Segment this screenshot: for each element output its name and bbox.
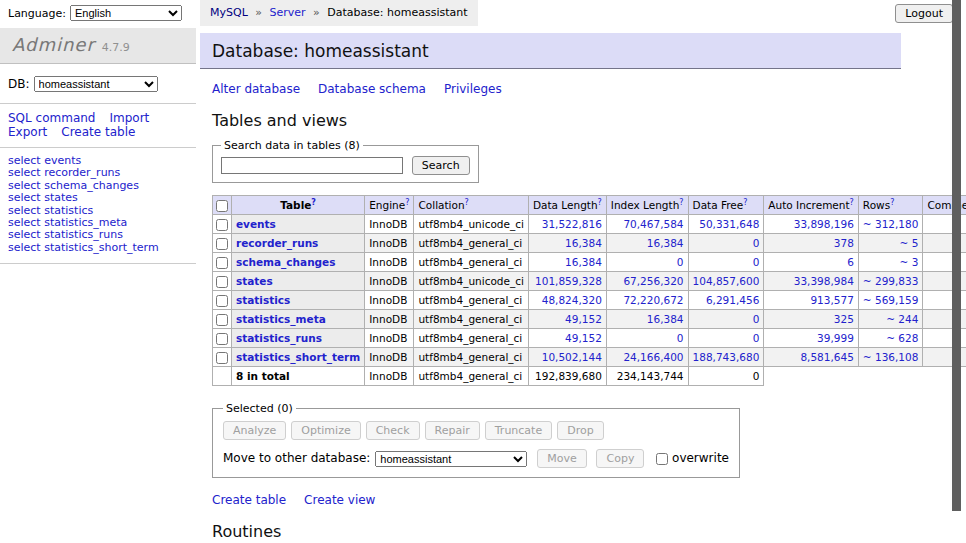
row-checkbox-cell xyxy=(213,291,232,310)
copy-button[interactable]: Copy xyxy=(596,449,644,468)
help-icon[interactable]: ? xyxy=(311,198,316,207)
link-database-schema[interactable]: Database schema xyxy=(318,82,426,96)
row-checkbox[interactable] xyxy=(216,295,228,307)
table-name-link[interactable]: statistics xyxy=(236,294,290,306)
db-select[interactable]: homeassistant xyxy=(34,76,158,92)
link-select-recorder-runs[interactable]: select recorder_runs xyxy=(8,167,188,179)
auto-increment-link[interactable]: 33,898,196 xyxy=(794,218,854,230)
help-icon[interactable]: ? xyxy=(465,198,469,207)
index-length-link[interactable]: 16,384 xyxy=(647,237,684,249)
index-length-link[interactable]: 16,384 xyxy=(647,313,684,325)
table-name-link[interactable]: events xyxy=(236,218,276,230)
row-checkbox[interactable] xyxy=(216,238,228,250)
auto-increment-link[interactable]: 8,581,645 xyxy=(800,351,853,363)
link-select-statistics-short-term[interactable]: select statistics_short_term xyxy=(8,242,188,254)
vertical-scrollbar[interactable] xyxy=(952,0,961,511)
check-button[interactable]: Check xyxy=(366,421,420,440)
analyze-button[interactable]: Analyze xyxy=(223,421,286,440)
optimize-button[interactable]: Optimize xyxy=(291,421,360,440)
data-length-link[interactable]: 49,152 xyxy=(565,332,602,344)
data-free-link[interactable]: 50,331,648 xyxy=(699,218,759,230)
rows-link[interactable]: ~ 136,108 xyxy=(863,351,919,363)
link-import[interactable]: Import xyxy=(109,111,149,125)
table-name-link[interactable]: statistics_short_term xyxy=(236,351,360,363)
help-icon[interactable]: ? xyxy=(405,198,409,207)
breadcrumb-mysql-link[interactable]: MySQL xyxy=(210,6,248,19)
breadcrumb-bar: MySQL » Server » Database: homeassistant xyxy=(196,0,966,26)
index-length-link[interactable]: 0 xyxy=(677,332,684,344)
row-checkbox[interactable] xyxy=(216,352,228,364)
index-length-link[interactable]: 24,166,400 xyxy=(623,351,683,363)
row-checkbox[interactable] xyxy=(216,257,228,269)
link-alter-database[interactable]: Alter database xyxy=(212,82,300,96)
repair-button[interactable]: Repair xyxy=(425,421,480,440)
data-length-link[interactable]: 16,384 xyxy=(565,237,602,249)
data-length-link[interactable]: 49,152 xyxy=(565,313,602,325)
help-icon[interactable]: ? xyxy=(598,198,602,207)
help-icon[interactable]: ? xyxy=(743,198,747,207)
auto-increment-link[interactable]: 325 xyxy=(834,313,854,325)
rows-link[interactable]: ~ 3 xyxy=(900,256,919,268)
auto-increment-link[interactable]: 33,398,984 xyxy=(794,275,854,287)
rows-link[interactable]: ~ 5 xyxy=(900,237,919,249)
rows-link[interactable]: ~ 299,833 xyxy=(863,275,919,287)
data-length-link[interactable]: 31,522,816 xyxy=(542,218,602,230)
data-length-link[interactable]: 48,824,320 xyxy=(542,294,602,306)
move-button[interactable]: Move xyxy=(537,449,587,468)
logout-button[interactable]: Logout xyxy=(895,4,953,23)
row-checkbox[interactable] xyxy=(216,333,228,345)
overwrite-checkbox[interactable] xyxy=(656,453,668,465)
table-name-link[interactable]: states xyxy=(236,275,273,287)
data-length-link[interactable]: 10,502,144 xyxy=(542,351,602,363)
help-icon[interactable]: ? xyxy=(850,198,854,207)
link-create-view[interactable]: Create view xyxy=(304,493,375,507)
search-input[interactable] xyxy=(221,157,403,174)
data-free-link[interactable]: 188,743,680 xyxy=(693,351,760,363)
select-all-checkbox[interactable] xyxy=(216,200,228,212)
table-name-link[interactable]: schema_changes xyxy=(236,256,336,268)
rows-link[interactable]: ~ 312,180 xyxy=(863,218,919,230)
index-length-link[interactable]: 70,467,584 xyxy=(623,218,683,230)
search-button[interactable]: Search xyxy=(412,156,470,175)
data-length-link[interactable]: 16,384 xyxy=(565,256,602,268)
table-name-link[interactable]: statistics_runs xyxy=(236,332,322,344)
breadcrumb-server-link[interactable]: Server xyxy=(270,6,306,19)
rows-link[interactable]: ~ 244 xyxy=(886,313,918,325)
help-icon[interactable]: ? xyxy=(890,198,894,207)
help-icon[interactable]: ? xyxy=(679,198,683,207)
data-free-link[interactable]: 0 xyxy=(753,313,760,325)
link-select-statistics-runs[interactable]: select statistics_runs xyxy=(8,229,188,241)
rows-link[interactable]: ~ 628 xyxy=(886,332,918,344)
table-row: statistics_short_termInnoDButf8mb4_gener… xyxy=(213,348,966,367)
link-export[interactable]: Export xyxy=(8,125,47,139)
auto-increment-link[interactable]: 6 xyxy=(847,256,854,268)
row-checkbox[interactable] xyxy=(216,314,228,326)
data-free-link[interactable]: 104,857,600 xyxy=(693,275,760,287)
auto-increment-link[interactable]: 378 xyxy=(834,237,854,249)
data-free-link[interactable]: 0 xyxy=(753,332,760,344)
row-checkbox[interactable] xyxy=(216,276,228,288)
data-free-link[interactable]: 0 xyxy=(753,256,760,268)
total-ghost-cell xyxy=(858,367,923,386)
index-length-link[interactable]: 0 xyxy=(677,256,684,268)
truncate-button[interactable]: Truncate xyxy=(485,421,552,440)
row-checkbox[interactable] xyxy=(216,219,228,231)
drop-button[interactable]: Drop xyxy=(557,421,603,440)
index-length-link[interactable]: 72,220,672 xyxy=(623,294,683,306)
move-db-select[interactable]: homeassistant xyxy=(375,451,527,467)
rows-link[interactable]: ~ 569,159 xyxy=(863,294,919,306)
link-create-table[interactable]: Create table xyxy=(61,125,135,139)
data-free-link[interactable]: 6,291,456 xyxy=(706,294,759,306)
table-name-link[interactable]: recorder_runs xyxy=(236,237,318,249)
link-sql-command[interactable]: SQL command xyxy=(8,111,95,125)
auto-increment-link[interactable]: 913,577 xyxy=(810,294,853,306)
data-length-link[interactable]: 101,859,328 xyxy=(535,275,602,287)
link-create-table[interactable]: Create table xyxy=(212,493,286,507)
index-length-link[interactable]: 67,256,320 xyxy=(623,275,683,287)
link-select-states[interactable]: select states xyxy=(8,192,188,204)
link-privileges[interactable]: Privileges xyxy=(444,82,502,96)
language-select[interactable]: English xyxy=(70,5,182,21)
auto-increment-link[interactable]: 39,999 xyxy=(817,332,854,344)
table-name-link[interactable]: statistics_meta xyxy=(236,313,326,325)
data-free-link[interactable]: 0 xyxy=(753,237,760,249)
